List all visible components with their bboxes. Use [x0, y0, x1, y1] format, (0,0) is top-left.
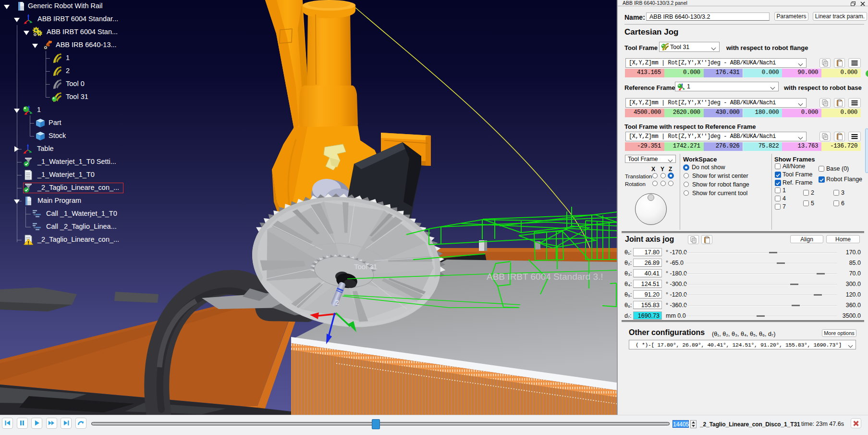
svg-text:2: 2	[335, 298, 339, 306]
svg-text:Tool 31: Tool 31	[354, 262, 377, 271]
svg-text:ABB IRBT 6004 Standard 3.!: ABB IRBT 6004 Standard 3.!	[487, 272, 603, 282]
